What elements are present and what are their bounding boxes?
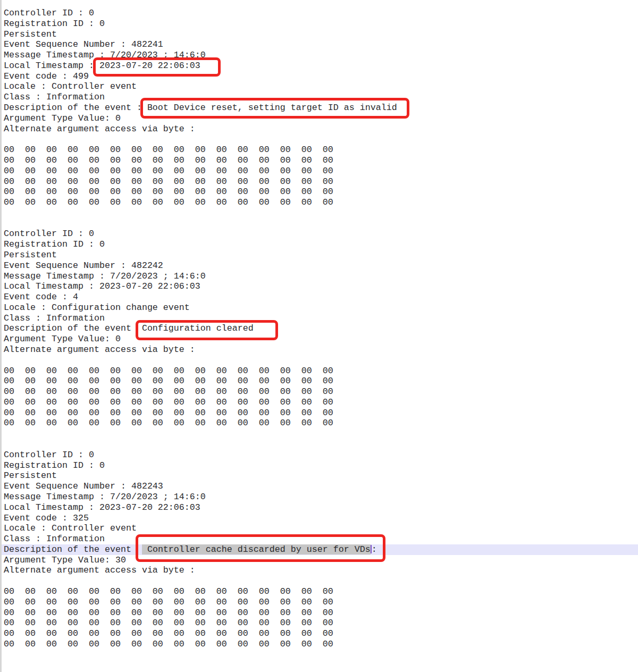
log-line: Local Timestamp : 2023-07-20 22:06:03	[0, 502, 638, 513]
log-line: Event code : 4	[0, 292, 638, 303]
hex-row: 00 00 00 00 00 00 00 00 00 00 00 00 00 0…	[0, 418, 638, 429]
log-line: Alternate argument access via byte :	[0, 124, 638, 135]
hex-row: 00 00 00 00 00 00 00 00 00 00 00 00 00 0…	[0, 639, 638, 650]
blank-line	[0, 576, 638, 586]
blank-line	[0, 650, 638, 660]
log-line: Event Sequence Number : 482241	[0, 39, 638, 50]
log-line: Message Timestamp : 7/20/2023 ; 14:6:0	[0, 492, 638, 502]
blank-line	[0, 429, 638, 439]
hex-row: 00 00 00 00 00 00 00 00 00 00 00 00 00 0…	[0, 387, 638, 397]
hex-row: 00 00 00 00 00 00 00 00 00 00 00 00 00 0…	[0, 408, 638, 418]
event-log-text[interactable]: Controller ID : 0Registration ID : 0Pers…	[0, 8, 638, 670]
log-line: Class : Information	[0, 92, 638, 103]
window-left-edge	[0, 0, 2, 672]
hex-row: 00 00 00 00 00 00 00 00 00 00 00 00 00 0…	[0, 166, 638, 177]
log-line: Class : Information	[0, 313, 638, 324]
log-line: Description of the event : Boot Device r…	[0, 103, 638, 113]
hex-row: 00 00 00 00 00 00 00 00 00 00 00 00 00 0…	[0, 177, 638, 187]
hex-row: 00 00 00 00 00 00 00 00 00 00 00 00 00 0…	[0, 618, 638, 628]
log-line: Registration ID : 0	[0, 239, 638, 250]
blank-line	[0, 219, 638, 229]
hex-row: 00 00 00 00 00 00 00 00 00 00 00 00 00 0…	[0, 187, 638, 197]
log-line: Alternate argument access via byte :	[0, 345, 638, 355]
log-line: Description of the event Configuration c…	[0, 323, 638, 334]
log-line: Persistent	[0, 29, 638, 40]
log-line: Local Timestamp : 2023-07-20 22:06:03	[0, 61, 638, 71]
log-line: Controller ID : 0	[0, 450, 638, 460]
log-line: Event Sequence Number : 482242	[0, 261, 638, 271]
hex-row: 00 00 00 00 00 00 00 00 00 00 00 00 00 0…	[0, 628, 638, 639]
log-line: Controller ID : 0	[0, 8, 638, 19]
log-line: Controller ID : 0	[0, 229, 638, 239]
event-log-page: Controller ID : 0Registration ID : 0Pers…	[0, 0, 638, 672]
log-line: Argument Type Value: 0	[0, 334, 638, 345]
log-line: Locale : Controller event	[0, 523, 638, 534]
blank-line	[0, 134, 638, 145]
hex-row: 00 00 00 00 00 00 00 00 00 00 00 00 00 0…	[0, 366, 638, 376]
log-line: Persistent	[0, 250, 638, 261]
log-line: Locale : Controller event	[0, 81, 638, 92]
description-selected-line: Description of the event Controller cach…	[0, 544, 638, 555]
log-line: Alternate argument access via byte :	[0, 565, 638, 576]
log-line: Argument Type Value: 30	[0, 555, 638, 566]
log-line: Registration ID : 0	[0, 460, 638, 471]
hex-row: 00 00 00 00 00 00 00 00 00 00 00 00 00 0…	[0, 597, 638, 608]
log-line: Persistent	[0, 471, 638, 481]
log-line: Event Sequence Number : 482243	[0, 481, 638, 492]
log-line: Local Timestamp : 2023-07-20 22:06:03	[0, 281, 638, 292]
selected-text: Controller cache discarded by user for V…	[142, 544, 371, 555]
hex-row: 00 00 00 00 00 00 00 00 00 00 00 00 00 0…	[0, 197, 638, 208]
log-line: Event code : 325	[0, 513, 638, 524]
hex-row: 00 00 00 00 00 00 00 00 00 00 00 00 00 0…	[0, 608, 638, 618]
log-line: Message Timestamp : 7/20/2023 ; 14:6:0	[0, 50, 638, 61]
hex-row: 00 00 00 00 00 00 00 00 00 00 00 00 00 0…	[0, 397, 638, 408]
log-line-text: Description of the event	[4, 544, 142, 555]
blank-line	[0, 355, 638, 366]
hex-row: 00 00 00 00 00 00 00 00 00 00 00 00 00 0…	[0, 376, 638, 387]
hex-row: 00 00 00 00 00 00 00 00 00 00 00 00 00 0…	[0, 145, 638, 155]
log-line: Registration ID : 0	[0, 19, 638, 29]
log-line: Class : Information	[0, 534, 638, 544]
hex-row: 00 00 00 00 00 00 00 00 00 00 00 00 00 0…	[0, 586, 638, 597]
log-line: Locale : Configuration change event	[0, 303, 638, 313]
log-line: Event code : 499	[0, 71, 638, 82]
log-line: Argument Type Value: 0	[0, 113, 638, 124]
log-line-text: :	[372, 544, 377, 555]
blank-line	[0, 439, 638, 450]
log-line: Message Timestamp : 7/20/2023 ; 14:6:0	[0, 271, 638, 282]
blank-line	[0, 660, 638, 670]
blank-line	[0, 208, 638, 219]
hex-row: 00 00 00 00 00 00 00 00 00 00 00 00 00 0…	[0, 155, 638, 166]
